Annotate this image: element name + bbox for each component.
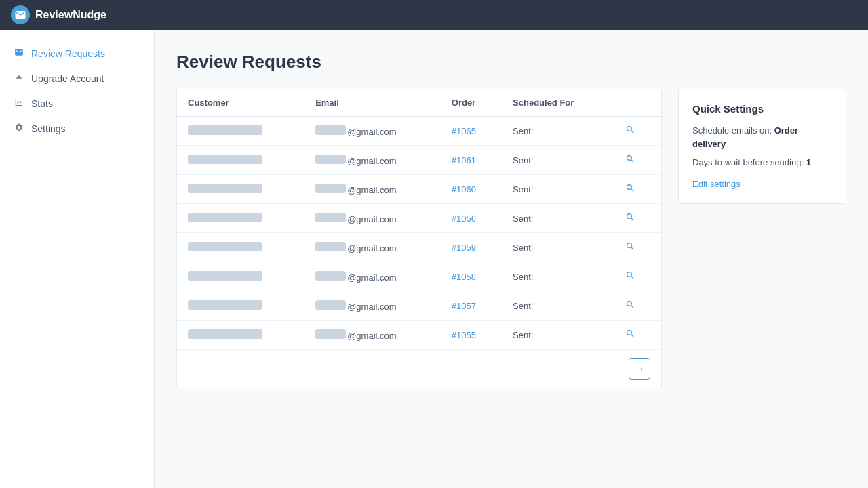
cell-action-1 [612, 146, 661, 175]
table-row: @gmail.com #1056 Sent! [177, 204, 661, 233]
cell-email-3: @gmail.com [304, 204, 441, 233]
review-requests-table: Customer Email Order Scheduled For @gmai… [177, 89, 661, 349]
cell-action-4 [612, 233, 661, 262]
cell-order-7: #1055 [441, 321, 502, 350]
status-badge-3: Sent! [513, 214, 533, 224]
edit-settings-link[interactable]: Edit settings [692, 179, 741, 189]
order-link-7[interactable]: #1055 [452, 330, 476, 340]
table-row: @gmail.com #1061 Sent! [177, 146, 661, 175]
email-suffix: @gmail.com [347, 243, 396, 253]
table-row: @gmail.com #1065 Sent! [177, 117, 661, 146]
order-link-1[interactable]: #1061 [452, 155, 476, 165]
email-suffix: @gmail.com [347, 331, 396, 341]
email-suffix: @gmail.com [347, 214, 396, 224]
quick-settings-title: Quick Settings [692, 103, 832, 115]
status-badge-4: Sent! [513, 243, 533, 253]
view-order-button-7[interactable] [623, 327, 638, 342]
status-badge-2: Sent! [513, 184, 533, 195]
topbar: ReviewNudge [0, 0, 868, 30]
next-page-button[interactable]: → [629, 358, 650, 380]
customer-name-placeholder [188, 329, 262, 339]
cell-order-5: #1058 [441, 262, 502, 291]
cell-status-0: Sent! [502, 117, 612, 146]
cell-order-4: #1059 [441, 233, 502, 262]
sidebar-item-stats[interactable]: Stats [0, 91, 154, 116]
table-row: @gmail.com #1060 Sent! [177, 175, 661, 204]
sidebar-item-review-requests[interactable]: Review Requests [0, 41, 154, 66]
email-prefix-placeholder [315, 300, 346, 310]
email-prefix-placeholder [315, 242, 346, 251]
customer-name-placeholder [188, 155, 262, 164]
table-row: @gmail.com #1055 Sent! [177, 321, 661, 350]
sidebar-label-upgrade-account: Upgrade Account [31, 73, 104, 84]
cell-email-6: @gmail.com [304, 291, 441, 321]
status-badge-5: Sent! [513, 272, 533, 282]
view-order-button-2[interactable] [623, 182, 638, 197]
days-value: 1 [806, 157, 811, 167]
view-order-button-4[interactable] [623, 240, 638, 255]
order-link-0[interactable]: #1065 [452, 126, 476, 136]
cell-status-2: Sent! [502, 175, 612, 204]
pagination-row: → [177, 349, 661, 388]
email-prefix-placeholder [315, 213, 346, 222]
cell-customer-5 [177, 262, 304, 291]
view-order-button-3[interactable] [623, 211, 638, 226]
view-order-button-6[interactable] [623, 298, 638, 313]
email-prefix-placeholder [315, 125, 346, 135]
table-row: @gmail.com #1059 Sent! [177, 233, 661, 262]
table-row: @gmail.com #1058 Sent! [177, 262, 661, 291]
mail-icon [14, 47, 24, 59]
order-link-5[interactable]: #1058 [452, 272, 476, 282]
gear-icon [14, 123, 24, 134]
cell-action-2 [612, 175, 661, 204]
customer-name-placeholder [188, 125, 262, 135]
sidebar-item-settings[interactable]: Settings [0, 116, 154, 141]
cell-email-4: @gmail.com [304, 233, 441, 262]
cell-order-6: #1057 [441, 291, 502, 321]
page-title: Review Requests [176, 52, 846, 73]
cell-customer-1 [177, 146, 304, 175]
col-scheduled: Scheduled For [502, 89, 612, 117]
cell-action-7 [612, 321, 661, 350]
sidebar-item-upgrade-account[interactable]: Upgrade Account [0, 66, 154, 91]
table-container: Customer Email Order Scheduled For @gmai… [176, 89, 662, 388]
view-order-button-5[interactable] [623, 269, 638, 284]
cell-status-5: Sent! [502, 262, 612, 291]
cell-email-5: @gmail.com [304, 262, 441, 291]
cell-order-2: #1060 [441, 175, 502, 204]
customer-name-placeholder [188, 300, 262, 310]
customer-name-placeholder [188, 271, 262, 281]
col-email: Email [304, 89, 441, 117]
cell-customer-7 [177, 321, 304, 350]
view-order-button-1[interactable] [623, 152, 638, 167]
stats-icon [14, 98, 24, 109]
view-order-button-0[interactable] [623, 123, 638, 138]
email-suffix: @gmail.com [347, 272, 396, 283]
cell-order-0: #1065 [441, 117, 502, 146]
order-link-4[interactable]: #1059 [452, 243, 476, 253]
cell-customer-0 [177, 117, 304, 146]
customer-name-placeholder [188, 242, 262, 251]
order-link-3[interactable]: #1056 [452, 214, 476, 224]
quick-settings-panel: Quick Settings Schedule emails on: Order… [678, 89, 846, 204]
content-row: Customer Email Order Scheduled For @gmai… [176, 89, 846, 388]
logo-icon [11, 5, 30, 24]
cell-action-6 [612, 291, 661, 321]
cell-action-5 [612, 262, 661, 291]
cell-order-1: #1061 [441, 146, 502, 175]
status-badge-0: Sent! [513, 126, 533, 136]
cell-email-2: @gmail.com [304, 175, 441, 204]
email-prefix-placeholder [315, 271, 346, 281]
cell-email-0: @gmail.com [304, 117, 441, 146]
cell-status-6: Sent! [502, 291, 612, 321]
schedule-label: Schedule emails on: [692, 125, 772, 136]
quick-settings-days: Days to wait before sending: 1 [692, 156, 832, 169]
col-action [612, 89, 661, 117]
main-content: Review Requests Customer Email Order Sch… [155, 30, 868, 488]
status-badge-7: Sent! [513, 330, 533, 340]
email-suffix: @gmail.com [347, 185, 396, 195]
upgrade-icon [14, 73, 24, 84]
order-link-6[interactable]: #1057 [452, 301, 476, 311]
email-prefix-placeholder [315, 155, 346, 164]
order-link-2[interactable]: #1060 [452, 184, 476, 195]
